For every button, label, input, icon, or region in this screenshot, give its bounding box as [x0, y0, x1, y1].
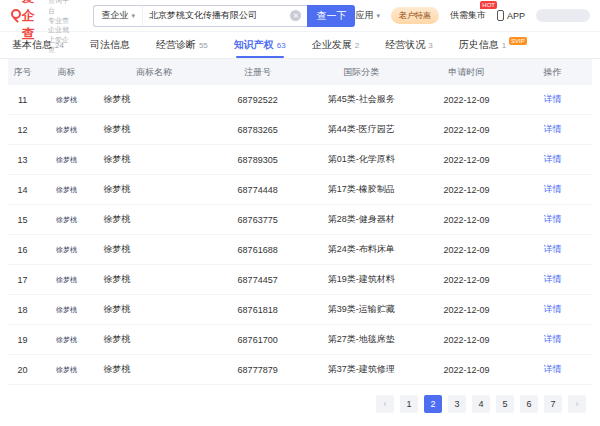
page-button-4[interactable]: 4 [472, 395, 490, 413]
cell-registration-number: 68763775 [212, 215, 303, 225]
page-button-3[interactable]: 3 [448, 395, 466, 413]
trademark-table: 序号商标商标名称注册号国际分类申请时间操作 11徐梦桃徐梦桃68792522第4… [8, 59, 592, 385]
detail-link[interactable]: 详情 [544, 93, 562, 106]
cell-action: 详情 [513, 273, 592, 286]
clear-icon[interactable]: ✕ [290, 10, 301, 21]
cell-apply-date: 2022-12-09 [420, 95, 513, 105]
column-header: 申请时间 [420, 66, 513, 79]
cell-index: 14 [8, 185, 37, 195]
trademark-image: 徐梦桃 [56, 95, 77, 105]
page-button-2[interactable]: 2 [424, 395, 442, 413]
trademark-image: 徐梦桃 [56, 125, 77, 135]
cell-trademark-name: 徐梦桃 [96, 243, 213, 256]
cell-classification: 第27类-地毯席垫 [303, 333, 420, 346]
column-header: 操作 [513, 66, 592, 79]
search-input[interactable] [143, 11, 290, 21]
cell-classification: 第44类-医疗园艺 [303, 123, 420, 136]
page-button-6[interactable]: 6 [520, 395, 538, 413]
cell-trademark-name: 徐梦桃 [96, 93, 213, 106]
tab-operating-status[interactable]: 经营状况3 [385, 32, 432, 58]
search-category-label: 查企业 [101, 9, 128, 22]
column-header: 序号 [8, 66, 37, 79]
next-page-button[interactable]: › [568, 395, 586, 413]
tab-count: 24 [55, 41, 64, 50]
top-header: 爱企查 百度旗下企业查询平台 专业查企业就上爱企查 查企业 ▾ ✕ 查一下 应用… [0, 0, 600, 32]
cell-registration-number: 68761688 [212, 245, 303, 255]
table-row: 11徐梦桃徐梦桃68792522第45类-社会服务2022-12-09详情 [8, 85, 592, 115]
table-row: 20徐梦桃徐梦桃68777879第37类-建筑修理2022-12-09详情 [8, 355, 592, 385]
cell-registration-number: 68761818 [212, 305, 303, 315]
chevron-down-icon: ▾ [131, 12, 135, 20]
cell-classification: 第45类-社会服务 [303, 93, 420, 106]
detail-link[interactable]: 详情 [544, 303, 562, 316]
app-download[interactable]: APP [497, 10, 525, 21]
cell-index: 17 [8, 275, 37, 285]
cell-action: 详情 [513, 123, 592, 136]
cell-action: 详情 [513, 93, 592, 106]
apps-menu[interactable]: 应用 ▾ [355, 9, 380, 22]
detail-link[interactable]: 详情 [544, 363, 562, 376]
tab-label: 经营状况 [385, 38, 425, 52]
app-label: APP [507, 11, 525, 21]
promo-button[interactable]: 老户特惠 [391, 7, 439, 24]
detail-link[interactable]: 详情 [544, 123, 562, 136]
trademark-image: 徐梦桃 [56, 155, 77, 165]
page-button-5[interactable]: 5 [496, 395, 514, 413]
tab-business-diagnosis[interactable]: 经营诊断55 [156, 32, 208, 58]
table-row: 17徐梦桃徐梦桃68774457第19类-建筑材料2022-12-09详情 [8, 265, 592, 295]
detail-link[interactable]: 详情 [544, 153, 562, 166]
cell-apply-date: 2022-12-09 [420, 125, 513, 135]
cell-trademark: 徐梦桃 [37, 155, 95, 165]
tab-basic-info[interactable]: 基本信息24 [12, 32, 64, 58]
detail-link[interactable]: 详情 [544, 183, 562, 196]
tab-intellectual-property[interactable]: 知识产权63 [234, 32, 286, 58]
cell-apply-date: 2022-12-09 [420, 335, 513, 345]
detail-link[interactable]: 详情 [544, 213, 562, 226]
detail-link[interactable]: 详情 [544, 243, 562, 256]
cell-action: 详情 [513, 213, 592, 226]
market-label: 供需集市 [450, 10, 486, 20]
tab-count: 63 [277, 41, 286, 50]
search-category-select[interactable]: 查企业 ▾ [94, 6, 143, 26]
tabs-bar: 基本信息24司法信息经营诊断55知识产权63企业发展2经营状况3历史信息1SVI… [0, 32, 600, 59]
table-body: 11徐梦桃徐梦桃68792522第45类-社会服务2022-12-09详情12徐… [8, 85, 592, 385]
cell-action: 详情 [513, 243, 592, 256]
cell-apply-date: 2022-12-09 [420, 185, 513, 195]
tab-label: 知识产权 [234, 38, 274, 52]
page-button-7[interactable]: 7 [544, 395, 562, 413]
cell-trademark: 徐梦桃 [37, 215, 95, 225]
trademark-image: 徐梦桃 [56, 185, 77, 195]
page-button-1[interactable]: 1 [400, 395, 418, 413]
table-row: 12徐梦桃徐梦桃68783265第44类-医疗园艺2022-12-09详情 [8, 115, 592, 145]
tab-count: 3 [428, 41, 432, 50]
user-account-area[interactable] [536, 9, 590, 22]
cell-registration-number: 68774457 [212, 275, 303, 285]
header-right: 应用 ▾ 老户特惠 供需集市 HOT APP [355, 7, 590, 24]
cell-apply-date: 2022-12-09 [420, 245, 513, 255]
search-button[interactable]: 查一下 [307, 5, 355, 27]
cell-registration-number: 68792522 [212, 95, 303, 105]
detail-link[interactable]: 详情 [544, 333, 562, 346]
cell-trademark: 徐梦桃 [37, 275, 95, 285]
table-header-row: 序号商标商标名称注册号国际分类申请时间操作 [8, 59, 592, 85]
svip-badge: SVIP [509, 37, 527, 45]
tab-judicial-info[interactable]: 司法信息 [90, 32, 130, 58]
cell-index: 15 [8, 215, 37, 225]
cell-trademark-name: 徐梦桃 [96, 183, 213, 196]
column-header: 商标名称 [96, 66, 213, 79]
tab-enterprise-development[interactable]: 企业发展2 [312, 32, 359, 58]
prev-page-button[interactable]: ‹ [376, 395, 394, 413]
detail-link[interactable]: 详情 [544, 273, 562, 286]
cell-classification: 第37类-建筑修理 [303, 363, 420, 376]
cell-action: 详情 [513, 183, 592, 196]
cell-classification: 第17类-橡胶制品 [303, 183, 420, 196]
logo-magnifier-icon [10, 8, 18, 23]
column-header: 商标 [37, 66, 95, 79]
cell-index: 19 [8, 335, 37, 345]
cell-classification: 第24类-布料床单 [303, 243, 420, 256]
cell-trademark-name: 徐梦桃 [96, 213, 213, 226]
tab-history-info[interactable]: 历史信息1SVIP [459, 32, 527, 58]
market-link[interactable]: 供需集市 HOT [450, 9, 486, 22]
cell-action: 详情 [513, 333, 592, 346]
phone-icon [497, 10, 504, 21]
